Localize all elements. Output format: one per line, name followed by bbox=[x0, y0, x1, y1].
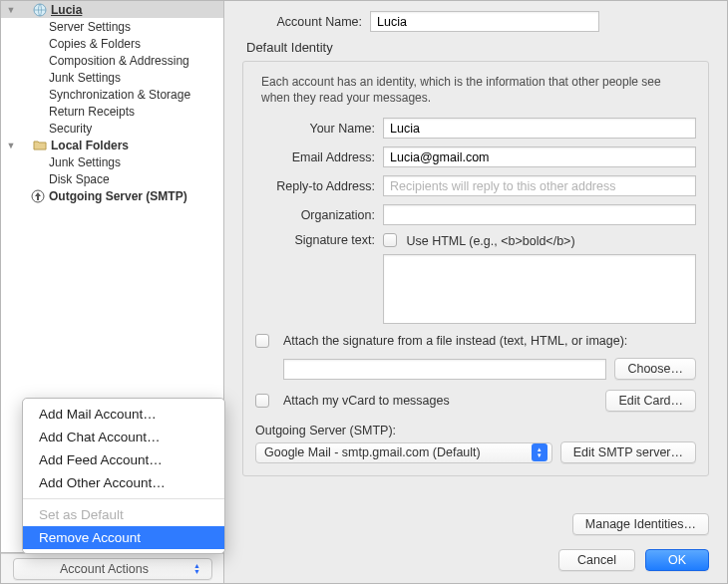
outgoing-server-select[interactable]: Google Mail - smtp.gmail.com (Default) ▲… bbox=[255, 442, 552, 463]
account-actions-label: Account Actions bbox=[20, 562, 189, 576]
default-identity-box: Each account has an identity, which is t… bbox=[242, 61, 709, 476]
outgoing-server-item[interactable]: Outgoing Server (SMTP) bbox=[1, 187, 223, 204]
default-identity-legend: Default Identity bbox=[246, 40, 709, 55]
attach-vcard-checkbox[interactable] bbox=[255, 394, 269, 408]
use-html-checkbox[interactable] bbox=[383, 233, 397, 247]
sidebar-item-composition[interactable]: Composition & Addressing bbox=[1, 52, 223, 69]
account-settings-window: ▼ Lucia Server Settings Copies & Folders… bbox=[0, 0, 728, 584]
dialog-footer: Cancel OK bbox=[558, 549, 709, 571]
account-item-lucia[interactable]: ▼ Lucia bbox=[1, 1, 223, 18]
disclosure-triangle-icon[interactable]: ▼ bbox=[5, 4, 17, 16]
sidebar-item-server-settings[interactable]: Server Settings bbox=[1, 18, 223, 35]
organization-input[interactable] bbox=[383, 204, 696, 225]
sidebar-item-copies-folders[interactable]: Copies & Folders bbox=[1, 35, 223, 52]
email-label: Email Address: bbox=[255, 150, 375, 164]
signature-file-input[interactable] bbox=[283, 359, 606, 380]
identity-hint: Each account has an identity, which is t… bbox=[261, 74, 690, 106]
account-label: Lucia bbox=[51, 3, 82, 17]
dropdown-arrows-icon: ▲▼ bbox=[189, 563, 205, 575]
local-folders-item[interactable]: ▼ Local Folders bbox=[1, 137, 223, 153]
outgoing-server-value: Google Mail - smtp.gmail.com (Default) bbox=[264, 445, 526, 459]
account-actions-dropdown[interactable]: Account Actions ▲▼ bbox=[13, 558, 212, 580]
menu-set-default: Set as Default bbox=[23, 503, 224, 526]
attach-signature-label: Attach the signature from a file instead… bbox=[283, 334, 696, 348]
account-name-label: Account Name: bbox=[242, 15, 362, 29]
reply-to-input[interactable] bbox=[383, 175, 696, 196]
cancel-button[interactable]: Cancel bbox=[558, 549, 635, 571]
outgoing-label: Outgoing Server (SMTP) bbox=[49, 189, 187, 203]
sidebar-item-sync-storage[interactable]: Synchronization & Storage bbox=[1, 86, 223, 103]
attach-signature-checkbox[interactable] bbox=[255, 334, 269, 348]
reply-to-label: Reply-to Address: bbox=[255, 179, 375, 193]
signature-textarea[interactable] bbox=[383, 254, 696, 324]
account-name-row: Account Name: bbox=[242, 11, 709, 32]
account-actions-bar: Account Actions ▲▼ bbox=[1, 553, 223, 583]
disclosure-triangle-icon[interactable]: ▼ bbox=[5, 140, 17, 151]
organization-label: Organization: bbox=[255, 208, 375, 222]
select-arrows-icon: ▲▼ bbox=[532, 443, 547, 461]
sidebar-item-local-junk[interactable]: Junk Settings bbox=[1, 153, 223, 170]
menu-add-feed-account[interactable]: Add Feed Account… bbox=[23, 448, 224, 471]
sidebar-item-return-receipts[interactable]: Return Receipts bbox=[1, 103, 223, 120]
sidebar-item-disk-space[interactable]: Disk Space bbox=[1, 170, 223, 187]
signature-text-label: Signature text: bbox=[255, 233, 375, 247]
sidebar-item-security[interactable]: Security bbox=[1, 120, 223, 137]
outgoing-server-label: Outgoing Server (SMTP): bbox=[255, 424, 396, 438]
outgoing-icon bbox=[31, 189, 45, 203]
your-name-label: Your Name: bbox=[255, 122, 375, 136]
edit-card-button[interactable]: Edit Card… bbox=[605, 390, 696, 412]
accounts-sidebar: ▼ Lucia Server Settings Copies & Folders… bbox=[1, 1, 224, 583]
edit-smtp-button[interactable]: Edit SMTP server… bbox=[560, 441, 696, 463]
account-actions-menu: Add Mail Account… Add Chat Account… Add … bbox=[22, 398, 225, 554]
email-input[interactable] bbox=[383, 146, 696, 167]
account-name-input[interactable] bbox=[370, 11, 599, 32]
use-html-label: Use HTML (e.g., <b>bold</b>) bbox=[406, 234, 574, 248]
sidebar-item-junk[interactable]: Junk Settings bbox=[1, 69, 223, 86]
account-detail-panel: Account Name: Default Identity Each acco… bbox=[224, 1, 727, 583]
local-folders-label: Local Folders bbox=[51, 139, 129, 152]
menu-remove-account[interactable]: Remove Account bbox=[23, 526, 224, 549]
menu-add-chat-account[interactable]: Add Chat Account… bbox=[23, 426, 224, 448]
globe-icon bbox=[33, 3, 47, 17]
menu-add-other-account[interactable]: Add Other Account… bbox=[23, 471, 224, 494]
menu-separator bbox=[23, 498, 224, 499]
attach-vcard-label: Attach my vCard to messages bbox=[283, 394, 597, 408]
manage-identities-button[interactable]: Manage Identities… bbox=[572, 513, 709, 535]
folder-icon bbox=[33, 139, 47, 152]
your-name-input[interactable] bbox=[383, 118, 696, 139]
ok-button[interactable]: OK bbox=[645, 549, 709, 571]
menu-add-mail-account[interactable]: Add Mail Account… bbox=[23, 403, 224, 426]
choose-button[interactable]: Choose… bbox=[614, 358, 696, 380]
